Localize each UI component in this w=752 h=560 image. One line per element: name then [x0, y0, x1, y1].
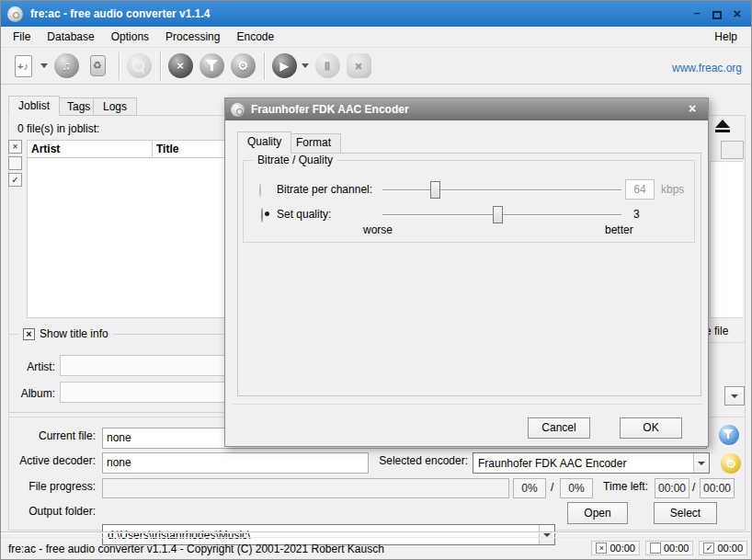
clear-joblist-button[interactable]: ♻	[83, 51, 112, 81]
tab-logs[interactable]: Logs	[93, 97, 137, 116]
quality-slider-thumb[interactable]	[493, 206, 503, 223]
select-all-button[interactable]: ×	[8, 140, 22, 154]
add-files-dropdown-arrow[interactable]	[40, 63, 48, 68]
divider	[704, 342, 746, 343]
dialog-tab-format[interactable]: Format	[286, 133, 341, 154]
set-quality-radio[interactable]	[261, 208, 263, 223]
cd-drive-selector-partial[interactable]	[721, 141, 744, 159]
processing-options-button[interactable]	[197, 51, 226, 81]
pause-encoding-button[interactable]: ‖	[313, 51, 342, 81]
search-cd-icon	[127, 53, 152, 78]
better-label: better	[605, 223, 633, 236]
maximize-button[interactable]	[711, 6, 724, 19]
freac-main-window: fre:ac - free audio converter v1.1.4 – ×…	[0, 0, 752, 560]
column-header-title[interactable]: Title	[153, 141, 182, 157]
bitrate-slider-track[interactable]	[382, 189, 621, 191]
checked-tracks-time: ✓ 00:00	[699, 541, 747, 555]
minimize-button[interactable]: –	[690, 6, 703, 19]
eject-button[interactable]	[711, 114, 735, 138]
artist-label: Artist:	[17, 357, 55, 373]
time-left-label: Time left:	[597, 476, 648, 493]
toggle-selection-button[interactable]: ✓	[8, 173, 22, 187]
progress-separator: /	[551, 481, 553, 494]
menu-processing[interactable]: Processing	[157, 28, 228, 46]
add-files-icon: +♪	[15, 55, 32, 77]
configure-encoder-icon[interactable]: ⚙	[721, 453, 741, 474]
worse-label: worse	[363, 223, 393, 236]
smart-joblist-button[interactable]: ♫	[51, 51, 81, 81]
selected-encoder-combobox[interactable]: Fraunhofer FDK AAC Encoder	[473, 452, 710, 474]
toolbar-separator	[119, 52, 120, 80]
cancel-button[interactable]: Cancel	[528, 417, 590, 439]
eject-icon	[715, 120, 730, 128]
select-button[interactable]: Select	[654, 502, 717, 524]
x-box-icon: ×	[596, 543, 607, 554]
right-pane-combo-arrow[interactable]	[724, 386, 745, 406]
dialog-close-button[interactable]: ×	[685, 101, 700, 116]
bitrate-slider-thumb[interactable]	[430, 181, 440, 199]
close-button[interactable]: ×	[731, 6, 744, 19]
start-encoding-dropdown-arrow[interactable]	[302, 63, 309, 68]
add-files-button[interactable]: +♪	[8, 51, 38, 81]
stop-encoding-button[interactable]: ×	[344, 51, 373, 81]
toolbar-separator	[160, 52, 161, 80]
eject-icon-bar	[715, 130, 730, 132]
time-left-track: 00:00	[655, 478, 689, 498]
divider	[1, 532, 752, 533]
tab-joblist[interactable]: Joblist	[8, 96, 60, 116]
bitrate-radio[interactable]	[259, 183, 261, 198]
file-progress-label: File progress:	[8, 476, 96, 493]
cddb-query-button[interactable]	[124, 51, 154, 81]
menu-database[interactable]: Database	[39, 28, 102, 46]
menu-options[interactable]: Options	[103, 28, 157, 46]
column-header-artist[interactable]: Artist	[28, 141, 153, 157]
window-title: fre:ac - free audio converter v1.1.4	[30, 7, 210, 20]
output-folder-label: Output folder:	[8, 501, 96, 518]
maximize-icon	[712, 11, 722, 19]
tools-icon: ×	[168, 53, 193, 78]
selected-tracks-time: × 00:00	[591, 541, 640, 555]
configure-components-button[interactable]: ⚙	[228, 51, 257, 81]
trash-icon: ♻	[90, 55, 106, 76]
quality-value: 3	[633, 208, 640, 221]
dialog-tab-quality[interactable]: Quality	[237, 131, 291, 154]
menu-bar: File Database Options Processing Encode …	[1, 27, 752, 48]
open-button[interactable]: Open	[567, 502, 628, 524]
gear-icon: ⚙	[725, 457, 736, 471]
active-decoder-label: Active decoder:	[8, 451, 96, 467]
fdk-aac-encoder-dialog: Fraunhofer FDK AAC Encoder × Quality For…	[224, 97, 709, 447]
status-bar: fre:ac - free audio converter v1.1.4 - C…	[1, 537, 752, 560]
check-box-icon: ✓	[703, 543, 714, 554]
selected-encoder-dropdown-button[interactable]	[693, 453, 709, 473]
selected-encoder-value: Fraunhofer FDK AAC Encoder	[478, 457, 626, 470]
status-bar-text: fre:ac - free audio converter v1.1.4 - C…	[8, 543, 384, 555]
time-summary: × 00:00 00:00 ✓ 00:00	[591, 541, 747, 555]
gear-icon: ⚙	[231, 53, 256, 78]
menu-encode[interactable]: Encode	[228, 28, 282, 46]
joblist-count: 0 file(s) in joblist:	[17, 122, 99, 135]
toolbar-separator	[264, 52, 265, 80]
ok-button[interactable]: OK	[620, 417, 682, 439]
progress-track-percent: 0%	[513, 478, 546, 498]
pause-icon: ‖	[315, 53, 340, 78]
show-title-info-checkbox[interactable]: ×	[23, 328, 35, 340]
unselected-tracks-time: 00:00	[645, 541, 694, 555]
cd-track-list[interactable]	[710, 161, 743, 318]
play-icon: ▶	[272, 53, 297, 78]
select-none-button[interactable]	[8, 156, 22, 170]
dialog-divider	[233, 404, 702, 405]
freac-logo-icon	[7, 6, 23, 22]
general-settings-button[interactable]: ×	[165, 51, 195, 81]
start-encoding-button[interactable]: ▶	[269, 51, 299, 81]
bitrate-value-field: 64	[625, 179, 655, 200]
configure-processing-icon[interactable]	[719, 425, 739, 445]
freac-website-link[interactable]: www.freac.org	[672, 62, 742, 74]
empty-box-icon	[650, 543, 661, 554]
group-title: Bitrate / Quality	[257, 154, 333, 166]
menu-help[interactable]: Help	[706, 27, 746, 47]
menu-file[interactable]: File	[5, 28, 39, 46]
bitrate-radio-label: Bitrate per channel:	[277, 183, 372, 196]
chevron-down-icon	[543, 533, 551, 537]
dialog-title: Fraunhofer FDK AAC Encoder	[251, 103, 409, 116]
time-left-total: 00:00	[700, 478, 735, 498]
